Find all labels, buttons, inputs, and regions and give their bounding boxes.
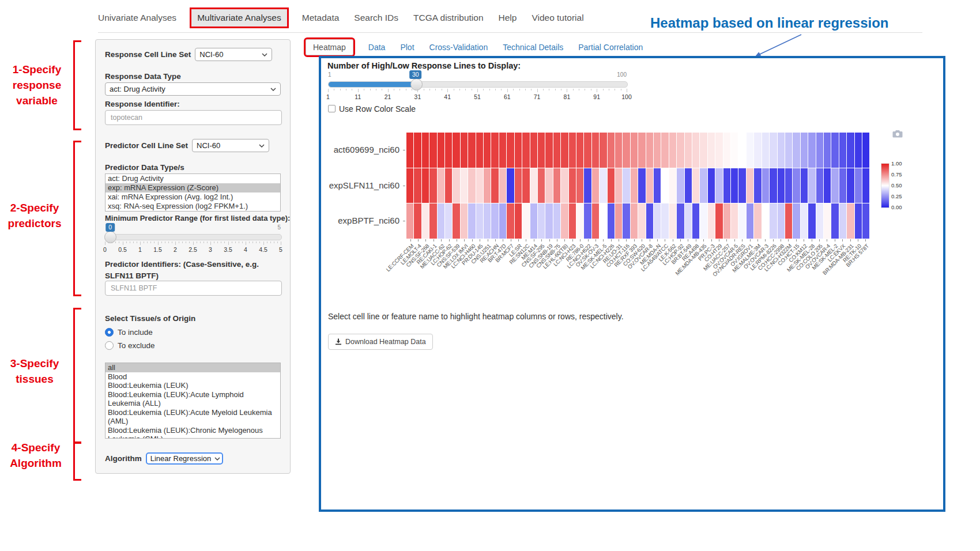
heatmap-cell[interactable]	[468, 133, 475, 168]
heatmap-cell[interactable]	[762, 133, 769, 168]
heatmap-cell[interactable]	[831, 168, 838, 203]
heatmap-cell[interactable]	[692, 133, 699, 168]
heatmap-cell[interactable]	[715, 133, 722, 168]
heatmap-cell[interactable]	[731, 133, 738, 168]
heatmap-cell[interactable]	[499, 168, 506, 203]
heatmap-cell[interactable]	[801, 168, 808, 203]
predictor-identifiers-input[interactable]: SLFN11 BPTF	[105, 281, 282, 296]
heatmap-cell[interactable]	[747, 133, 753, 168]
checkbox-icon[interactable]	[328, 105, 336, 112]
heatmap-cell[interactable]	[438, 133, 444, 168]
heatmap-cell[interactable]	[862, 133, 869, 168]
heatmap-cell[interactable]	[522, 168, 529, 203]
heatmap-cell[interactable]	[429, 133, 436, 168]
slider-handle[interactable]	[410, 78, 423, 90]
heatmap-cell[interactable]	[530, 203, 537, 239]
heatmap-cell[interactable]	[468, 168, 475, 203]
tab-partial-correlation[interactable]: Partial Correlation	[578, 43, 643, 52]
heatmap-cell[interactable]	[461, 168, 468, 203]
heatmap-cell[interactable]	[576, 203, 583, 239]
heatmap-cell[interactable]	[600, 133, 606, 168]
lines-slider[interactable]: 1 100 30 1112131415161718191100	[328, 71, 627, 104]
list-option[interactable]: Blood:Leukemia (LEUK):Acute Lymphoid Leu…	[105, 390, 280, 408]
heatmap-cell[interactable]	[638, 168, 645, 203]
heatmap-cell[interactable]	[831, 203, 838, 239]
heatmap-cell[interactable]	[545, 133, 552, 168]
heatmap-cell[interactable]	[839, 203, 846, 239]
heatmap-cell[interactable]	[778, 203, 785, 239]
heatmap-cell[interactable]	[654, 168, 661, 203]
heatmap-cell[interactable]	[631, 168, 638, 203]
heatmap-cell[interactable]	[754, 133, 761, 168]
heatmap-cell[interactable]	[491, 168, 498, 203]
heatmap-cell[interactable]	[770, 203, 777, 239]
heatmap-cell[interactable]	[731, 168, 738, 203]
heatmap-cell[interactable]	[677, 203, 684, 239]
heatmap-cell[interactable]	[747, 168, 753, 203]
heatmap-cell[interactable]	[461, 133, 468, 168]
heatmap-cell[interactable]	[661, 133, 668, 168]
heatmap-cell[interactable]	[484, 133, 491, 168]
nav-item-multivariate-analyses[interactable]: Multivariate Analyses	[191, 9, 287, 27]
heatmap-cell[interactable]	[723, 203, 730, 239]
list-option[interactable]: exp: mRNA Expression (Z-Score)	[105, 183, 280, 193]
heatmap-cell[interactable]	[831, 133, 838, 168]
heatmap-cell[interactable]	[669, 168, 676, 203]
heatmap-cell[interactable]	[685, 168, 692, 203]
heatmap-cell[interactable]	[816, 168, 823, 203]
heatmap-row-label[interactable]: expSLFN11_nci60	[329, 180, 399, 190]
heatmap-cell[interactable]	[708, 168, 715, 203]
heatmap-cell[interactable]	[406, 168, 413, 203]
tab-cross-validation[interactable]: Cross-Validation	[429, 43, 488, 52]
radio-unchecked-icon[interactable]	[105, 341, 114, 350]
heatmap-cell[interactable]	[538, 168, 545, 203]
heatmap-cell[interactable]	[507, 203, 514, 239]
heatmap-cell[interactable]	[438, 168, 444, 203]
heatmap-cell[interactable]	[468, 203, 475, 239]
response-identifier-input[interactable]: topotecan	[105, 110, 282, 125]
heatmap-cell[interactable]	[677, 168, 684, 203]
heatmap-cell[interactable]	[770, 133, 777, 168]
heatmap-cell[interactable]	[507, 133, 514, 168]
response-cell-line-set-select[interactable]: NCI-60	[195, 48, 272, 61]
heatmap-cell[interactable]	[522, 133, 529, 168]
heatmap-row-label[interactable]: act609699_nci60	[334, 145, 399, 154]
heatmap-cell[interactable]	[646, 203, 653, 239]
list-option[interactable]: xai: mRNA Expression (Avg. log2 Int.)	[105, 193, 280, 202]
heatmap-grid[interactable]	[406, 133, 869, 239]
slider-track[interactable]	[105, 234, 282, 240]
heatmap-cell[interactable]	[778, 133, 785, 168]
slider-handle[interactable]	[104, 231, 116, 243]
heatmap-cell[interactable]	[438, 203, 444, 239]
heatmap-cell[interactable]	[553, 133, 560, 168]
heatmap-cell[interactable]	[615, 168, 622, 203]
camera-icon[interactable]	[892, 130, 903, 138]
heatmap-cell[interactable]	[576, 168, 583, 203]
radio-checked-icon[interactable]	[105, 328, 114, 337]
heatmap-cell[interactable]	[453, 133, 459, 168]
nav-item-search-ids[interactable]: Search IDs	[354, 13, 398, 23]
heatmap-cell[interactable]	[816, 133, 823, 168]
heatmap-cell[interactable]	[414, 203, 421, 239]
heatmap-row-label[interactable]: expBPTF_nci60	[338, 216, 399, 225]
heatmap-cell[interactable]	[839, 168, 846, 203]
heatmap-cell[interactable]	[553, 168, 560, 203]
heatmap-cell[interactable]	[738, 168, 745, 203]
heatmap-cell[interactable]	[576, 133, 583, 168]
heatmap-cell[interactable]	[608, 168, 615, 203]
heatmap-cell[interactable]	[847, 133, 854, 168]
heatmap-cell[interactable]	[646, 133, 653, 168]
heatmap-cell[interactable]	[700, 203, 707, 239]
heatmap-cell[interactable]	[793, 168, 800, 203]
heatmap-cell[interactable]	[747, 203, 753, 239]
heatmap-cell[interactable]	[445, 168, 452, 203]
list-option[interactable]: Blood:Leukemia (LEUK):Chronic Myelogenou…	[105, 426, 280, 439]
heatmap-cell[interactable]	[623, 168, 630, 203]
heatmap-cell[interactable]	[484, 168, 491, 203]
heatmap-cell[interactable]	[638, 203, 645, 239]
heatmap-cell[interactable]	[847, 168, 854, 203]
heatmap-cell[interactable]	[615, 203, 622, 239]
heatmap-cell[interactable]	[569, 168, 576, 203]
heatmap-cell[interactable]	[654, 203, 661, 239]
heatmap-cell[interactable]	[476, 168, 483, 203]
